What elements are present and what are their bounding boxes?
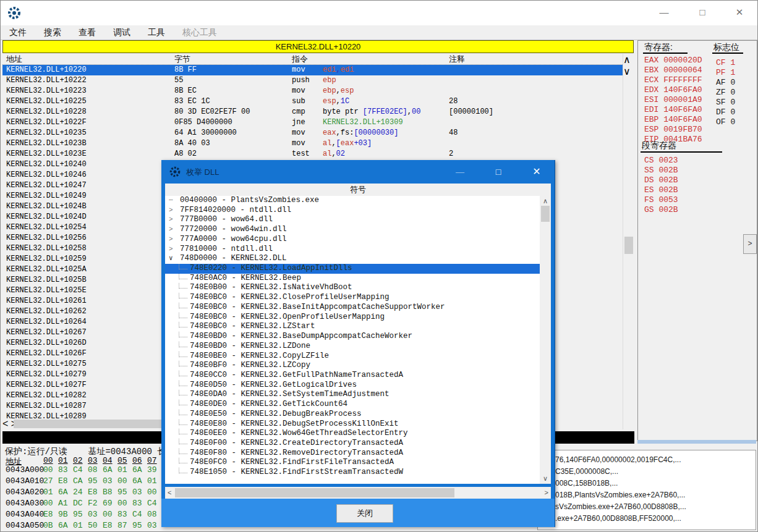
hex-byte[interactable]: 83 [58, 465, 68, 475]
menu-item-查看[interactable]: 查看 [70, 25, 104, 38]
hex-byte[interactable]: 6A [58, 488, 68, 497]
disasm-vertical-scrollbar[interactable]: ∧ ∨ [623, 54, 634, 429]
segment-register-row[interactable]: ES 002B [644, 185, 678, 195]
dialog-vertical-scrollbar[interactable]: ∧ ∨ [540, 196, 551, 484]
segment-register-row[interactable]: DS 002B [644, 175, 678, 185]
hex-byte[interactable]: 9B [58, 510, 68, 519]
flag-row[interactable]: PF 1 [716, 68, 735, 77]
scroll-left-icon[interactable]: < [168, 489, 171, 496]
panel-expander-button[interactable]: > [743, 234, 757, 254]
hex-byte[interactable]: 95 [88, 476, 98, 486]
flag-row[interactable]: ZF 0 [716, 88, 735, 97]
hex-byte[interactable]: 24 [73, 488, 83, 497]
hex-byte[interactable]: 6A [103, 465, 113, 475]
chevron-collapsed-icon[interactable]: > [169, 206, 177, 216]
flag-row[interactable]: CF 1 [716, 58, 735, 67]
menu-item-调试[interactable]: 调试 [104, 25, 139, 38]
dialog-maximize-button[interactable]: □ [485, 164, 511, 180]
title-bar[interactable]: — □ ✕ [1, 1, 758, 25]
hex-byte[interactable]: 01 [73, 521, 83, 530]
chevron-collapsed-icon[interactable]: > [169, 245, 177, 255]
hex-byte[interactable]: B8 [103, 488, 113, 497]
hex-byte[interactable]: 01 [117, 465, 127, 475]
tree-row[interactable]: 748E0EE0 - KERNEL32.Wow64GetThreadSelect… [165, 429, 540, 439]
menu-item-工具[interactable]: 工具 [139, 25, 174, 38]
hex-byte[interactable]: 00 [103, 510, 113, 519]
tree-row[interactable]: ┄00400000 - PlantsVsZombies.exe [165, 196, 540, 206]
hex-byte[interactable]: 95 [73, 510, 83, 519]
tree-row[interactable]: 748E1050 - KERNEL32.FindFirstStreamTrans… [165, 468, 540, 478]
hex-byte[interactable]: DC [73, 499, 83, 508]
tree-row[interactable]: 748E0BC0 - KERNEL32.CloseProfileUserMapp… [165, 293, 540, 303]
tree-row[interactable]: >777A0000 - wow64cpu.dll [165, 235, 540, 245]
segment-register-row[interactable]: CS 0023 [644, 156, 678, 165]
hex-byte[interactable]: 6A [132, 476, 142, 486]
register-row[interactable]: ECX FFFFFFFF [644, 75, 702, 85]
hex-byte[interactable]: 00 [117, 476, 127, 486]
tree-row[interactable]: >77720000 - wow64win.dll [165, 225, 540, 235]
tree-row[interactable]: >7FF814020000 - ntdll.dll [165, 206, 540, 216]
scroll-right-icon[interactable]: > [545, 489, 548, 496]
tree-row[interactable]: 748E0BE0 - KERNEL32.CopyLZFile [165, 352, 540, 361]
scroll-up-icon[interactable]: ∧ [623, 54, 631, 65]
flag-row[interactable]: OF 0 [716, 117, 735, 127]
chevron-collapsed-icon[interactable]: > [169, 215, 177, 225]
close-button[interactable]: ✕ [726, 3, 753, 22]
tree-row[interactable]: 748E0BC0 - KERNEL32.BaseInitAppcompatCac… [165, 303, 540, 313]
menu-item-搜索[interactable]: 搜索 [35, 25, 70, 38]
hex-byte[interactable]: 08 [88, 465, 98, 475]
hex-byte[interactable]: 01 [43, 488, 53, 497]
hex-byte[interactable]: 50 [88, 521, 98, 530]
scroll-down-icon[interactable]: ∨ [623, 66, 631, 77]
tree-row[interactable]: 748E0BF0 - KERNEL32.LZCopy [165, 361, 540, 371]
scroll-left-icon[interactable]: < [2, 418, 8, 429]
dialog-minimize-button[interactable]: — [447, 164, 473, 180]
hex-byte[interactable]: F2 [88, 499, 98, 508]
hex-byte[interactable]: 6A [132, 465, 142, 475]
register-row[interactable]: ESI 000001A9 [644, 95, 702, 104]
hex-byte[interactable]: C4 [147, 499, 157, 508]
minimize-button[interactable]: — [650, 3, 678, 22]
hex-byte[interactable]: 95 [117, 488, 127, 497]
tree-row[interactable]: 748E0AC0 - KERNEL32.Beep [165, 274, 540, 284]
disasm-row[interactable]: KERNEL32.DLL+1022583 EC 1Csubesp,1C28 [2, 96, 623, 107]
tree-row[interactable]: 748E0BD0 - KERNEL32.LZDone [165, 342, 540, 352]
hex-byte[interactable]: 87 [117, 521, 127, 530]
hex-byte[interactable]: 69 [103, 499, 113, 508]
dialog-horizontal-scrollbar[interactable]: < > [165, 487, 551, 499]
disasm-row[interactable]: KERNEL32.DLL+1022880 3D EC02FE7F 00cmpby… [2, 107, 623, 117]
hex-byte[interactable]: 0B [43, 521, 53, 530]
hex-byte[interactable]: 08 [147, 510, 157, 519]
tree-row[interactable]: >777B0000 - wow64.dll [165, 215, 540, 225]
segment-register-row[interactable]: SS 002B [644, 166, 678, 175]
register-row[interactable]: EBP 140F6FA0 [644, 115, 702, 124]
tree-row[interactable]: 748E0DE0 - KERNEL32.GetTickCount64 [165, 400, 540, 410]
hex-byte[interactable]: A1 [58, 499, 68, 508]
register-row[interactable]: EDX 140F6FA0 [644, 85, 702, 95]
hex-byte[interactable]: E8 [88, 488, 98, 497]
menu-item-文件[interactable]: 文件 [1, 25, 35, 38]
register-row[interactable]: EAX 0000020D [644, 56, 702, 65]
hex-byte[interactable]: 95 [132, 521, 142, 530]
hex-byte[interactable]: 00 [147, 488, 157, 497]
tree-row[interactable]: 748E0220 - KERNEL32.LoadAppInitDlls [165, 264, 540, 274]
maximize-button[interactable]: □ [689, 3, 716, 22]
hex-byte[interactable]: 03 [103, 476, 113, 486]
hex-byte[interactable]: C4 [132, 510, 142, 519]
hex-byte[interactable]: E8 [103, 521, 113, 530]
register-row[interactable]: EDI 140F6FA0 [644, 105, 702, 114]
disasm-row[interactable]: KERNEL32.DLL+1023B8A 40 03moval,[eax+03] [2, 138, 623, 149]
disasm-row[interactable]: KERNEL32.DLL+1023EA8 02testal,022 [2, 149, 623, 159]
chevron-collapsed-icon[interactable]: > [169, 235, 177, 245]
segment-register-row[interactable]: GS 002B [644, 205, 678, 214]
flag-row[interactable]: AF 0 [716, 78, 735, 87]
hex-byte[interactable]: 00 [117, 499, 127, 508]
register-row[interactable]: EBX 00000064 [644, 65, 702, 75]
hex-byte[interactable]: 03 [88, 510, 98, 519]
hex-byte[interactable]: 83 [132, 499, 142, 508]
tree-row[interactable]: 748E0DA0 - KERNEL32.SetSystemTimeAdjustm… [165, 390, 540, 400]
hex-byte[interactable]: 01 [147, 476, 157, 486]
disasm-row[interactable]: KERNEL32.DLL+1022F0F85 D4000000jneKERNEL… [2, 117, 623, 128]
disasm-row[interactable]: KERNEL32.DLL+102238B ECmovebp,esp [2, 86, 623, 96]
hex-byte[interactable]: 03 [132, 488, 142, 497]
